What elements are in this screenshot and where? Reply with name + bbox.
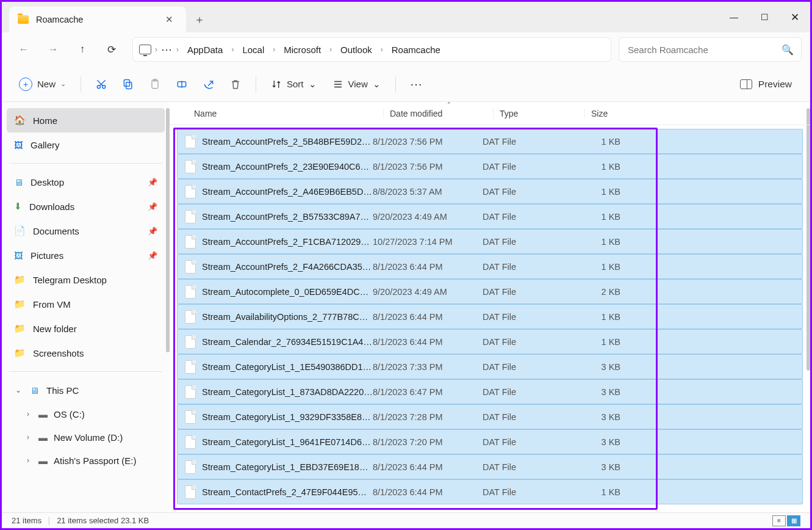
- copy-button[interactable]: [117, 73, 140, 96]
- close-tab-icon[interactable]: ✕: [160, 14, 178, 25]
- sidebar-label: Gallery: [31, 140, 60, 150]
- maximize-button[interactable]: ☐: [749, 2, 780, 32]
- sidebar: 🏠 Home 🖼 Gallery 🖥 Desktop 📌⬇ Downloads …: [2, 102, 170, 512]
- file-row[interactable]: Stream_CategoryList_1_1E5490386DD152... …: [177, 354, 803, 379]
- file-row[interactable]: Stream_Calendar_2_76934E51519C1A4EA... 8…: [177, 329, 803, 354]
- file-row[interactable]: Stream_CategoryList_1_9329DF3358E801... …: [177, 404, 803, 429]
- file-icon: [185, 135, 196, 148]
- file-name: Stream_AccountPrefs_2_F4A266CDA355E...: [202, 262, 373, 272]
- pin-icon[interactable]: 📌: [148, 227, 157, 236]
- breadcrumb-item[interactable]: Outlook: [336, 42, 377, 57]
- status-selected: 21 items selected 23.1 KB: [57, 516, 149, 525]
- breadcrumb-item[interactable]: AppData: [182, 42, 228, 57]
- sidebar-quick-item[interactable]: 📁 New folder: [7, 316, 165, 341]
- preview-label: Preview: [758, 79, 792, 90]
- search-box[interactable]: 🔍: [619, 37, 802, 62]
- folder-icon: 📁: [14, 323, 26, 334]
- file-row[interactable]: Stream_AccountPrefs_2_5B48BFE59D2DD... 8…: [177, 129, 803, 154]
- breadcrumb[interactable]: › ⋯ › AppData › Local › Microsoft › Outl…: [132, 37, 611, 62]
- plus-icon: +: [19, 78, 32, 91]
- breadcrumb-item[interactable]: Microsoft: [279, 42, 326, 57]
- chevron-right-icon[interactable]: ›: [24, 456, 32, 465]
- chevron-down-icon[interactable]: ⌄: [14, 386, 23, 394]
- separator: [81, 76, 81, 92]
- chevron-right-icon[interactable]: ›: [24, 433, 32, 441]
- details-view-button[interactable]: ≡: [772, 515, 786, 526]
- active-tab[interactable]: Roamcache ✕: [9, 7, 186, 32]
- file-row[interactable]: Stream_AccountPrefs_2_23E90E940C61A... 8…: [177, 154, 803, 179]
- search-input[interactable]: [628, 45, 792, 55]
- sidebar-quick-item[interactable]: 🖼 Pictures 📌: [7, 243, 165, 267]
- pc-icon[interactable]: [139, 45, 151, 54]
- col-type[interactable]: Type: [493, 109, 584, 118]
- back-button[interactable]: ←: [10, 37, 37, 62]
- sidebar-quick-item[interactable]: 🖥 Desktop 📌: [7, 170, 165, 194]
- sidebar-home[interactable]: 🏠 Home: [7, 108, 165, 132]
- file-row[interactable]: Stream_AccountPrefs_2_F1CBA71202957... 1…: [177, 229, 803, 254]
- overflow-icon[interactable]: ⋯: [161, 43, 173, 56]
- col-name[interactable]: Name: [194, 109, 383, 118]
- status-count: 21 items: [12, 516, 41, 525]
- up-button[interactable]: ↑: [69, 37, 96, 62]
- file-row[interactable]: Stream_CategoryList_1_9641FE0714D609... …: [177, 429, 803, 454]
- breadcrumb-item[interactable]: Local: [237, 42, 269, 57]
- delete-button[interactable]: [224, 73, 247, 96]
- file-row[interactable]: Stream_Autocomplete_0_0ED659E4DCE5... 9/…: [177, 279, 803, 304]
- paste-button[interactable]: [143, 73, 167, 96]
- new-tab-button[interactable]: ＋: [186, 7, 213, 32]
- file-row[interactable]: Stream_AccountPrefs_2_A46E9B6EB5DB2... 8…: [177, 179, 803, 204]
- breadcrumb-item[interactable]: Roamcache: [387, 42, 445, 57]
- pin-icon[interactable]: 📌: [148, 178, 157, 187]
- sidebar-thispc[interactable]: ⌄ 🖥 This PC: [7, 378, 165, 402]
- file-size: 1 KB: [574, 162, 629, 172]
- col-date[interactable]: Date modified: [383, 109, 493, 118]
- sidebar-quick-item[interactable]: 📁 Telegram Desktop: [7, 267, 165, 292]
- col-size[interactable]: Size: [584, 109, 645, 118]
- file-size: 3 KB: [574, 362, 629, 372]
- pin-icon[interactable]: 📌: [148, 251, 157, 260]
- view-button[interactable]: View ⌄: [326, 79, 387, 90]
- more-button[interactable]: ⋯: [404, 73, 428, 96]
- close-window-button[interactable]: ✕: [780, 2, 810, 32]
- chevron-down-icon: ⌄: [60, 80, 66, 88]
- file-icon: [185, 310, 196, 324]
- refresh-button[interactable]: ⟳: [98, 37, 125, 62]
- file-row[interactable]: Stream_AccountPrefs_2_B57533C89A728... 9…: [177, 204, 803, 229]
- minimize-button[interactable]: ―: [719, 2, 749, 32]
- sidebar-drive-item[interactable]: › ▬ Atish's Passport (E:): [7, 449, 165, 472]
- rename-button[interactable]: [170, 73, 193, 96]
- sort-label: Sort: [287, 79, 304, 89]
- sidebar-drive-item[interactable]: › ▬ New Volume (D:): [7, 426, 165, 449]
- sidebar-gallery[interactable]: 🖼 Gallery: [7, 132, 165, 157]
- chevron-right-icon: ›: [155, 45, 157, 54]
- file-row[interactable]: Stream_AccountPrefs_2_F4A266CDA355E... 8…: [177, 254, 803, 279]
- file-list[interactable]: Stream_AccountPrefs_2_5B48BFE59D2DD... 8…: [170, 125, 810, 512]
- chevron-right-icon: ›: [329, 45, 332, 54]
- column-headers: ˄ Name Date modified Type Size: [170, 102, 810, 125]
- file-row[interactable]: Stream_CategoryList_1_873AD8DA2220E... 8…: [177, 379, 803, 404]
- new-button[interactable]: + New ⌄: [13, 73, 72, 96]
- chevron-right-icon[interactable]: ›: [24, 410, 32, 418]
- separator: [9, 371, 162, 372]
- sidebar-quick-item[interactable]: 📄 Documents 📌: [7, 219, 165, 243]
- file-size: 3 KB: [574, 437, 629, 447]
- sidebar-label: Desktop: [31, 177, 64, 187]
- file-date: 8/1/2023 6:47 PM: [373, 387, 483, 397]
- sidebar-quick-item[interactable]: 📁 Screenshots: [7, 341, 165, 365]
- tiles-view-button[interactable]: ▦: [787, 515, 800, 526]
- file-date: 8/1/2023 7:20 PM: [373, 437, 483, 447]
- file-row[interactable]: Stream_ContactPrefs_2_47E9F044E95CA0... …: [177, 479, 803, 504]
- cut-button[interactable]: [90, 73, 113, 96]
- file-row[interactable]: Stream_CategoryList_1_EBD37E69E185B6... …: [177, 454, 803, 479]
- sidebar-quick-item[interactable]: ⬇ Downloads 📌: [7, 194, 165, 219]
- sidebar-drive-item[interactable]: › ▬ OS (C:): [7, 402, 165, 426]
- share-button[interactable]: [197, 73, 220, 96]
- file-icon: [185, 335, 196, 349]
- sidebar-quick-item[interactable]: 📁 From VM: [7, 292, 165, 316]
- pin-icon[interactable]: 📌: [148, 202, 157, 211]
- file-row[interactable]: Stream_AvailabilityOptions_2_777B78CE0..…: [177, 304, 803, 329]
- preview-button[interactable]: Preview: [733, 79, 799, 90]
- sort-button[interactable]: Sort ⌄: [265, 79, 323, 90]
- drive-icon: ▬: [38, 409, 48, 419]
- forward-button[interactable]: →: [40, 37, 66, 62]
